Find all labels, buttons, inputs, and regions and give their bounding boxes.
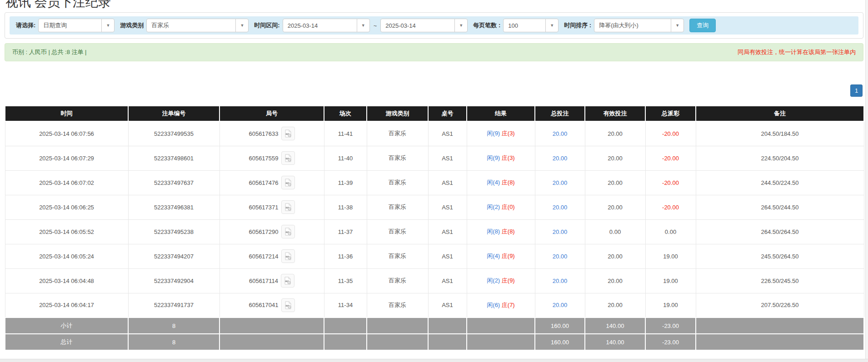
- cell-note: 264.50/264.50: [696, 219, 864, 244]
- video-replay-button[interactable]: [281, 176, 295, 189]
- game-type-value: 百家乐: [147, 21, 235, 30]
- total-row: 总计 8 160.00 140.00 -23.00: [5, 334, 864, 350]
- currency-summary-text: 币别 : 人民币 | 总共 :8 注单 |: [12, 48, 87, 56]
- cell-time: 2025-03-14 06:07:02: [5, 170, 128, 195]
- per-page-select[interactable]: 100 ▼: [503, 19, 559, 32]
- round-id-text: 605617559: [249, 155, 278, 162]
- game-type-select[interactable]: 百家乐 ▼: [146, 19, 249, 32]
- cell-round-id: 605617290: [219, 219, 324, 244]
- cell-valid-bet: 20.00: [585, 170, 645, 195]
- video-replay-button[interactable]: [281, 225, 295, 238]
- cell-time: 2025-03-14 06:05:24: [5, 244, 128, 268]
- cell-table-no: AS1: [428, 146, 467, 170]
- cell-bet-id: 522337494207: [128, 244, 219, 268]
- round-id-text: 605617633: [249, 130, 278, 137]
- cell-round-id: 605617214: [219, 244, 324, 268]
- query-mode-select[interactable]: 日期查询 ▼: [38, 19, 115, 32]
- table-row: 2025-03-14 06:07:02 522337497637 6056174…: [5, 170, 864, 195]
- total-bet-link[interactable]: 20.00: [553, 228, 568, 235]
- pagination-page-1[interactable]: 1: [850, 84, 863, 97]
- page: 视讯 会员下注纪录 请选择: 日期查询 ▼ 游戏类别 百家乐 ▼ 时间区间: 2…: [0, 0, 868, 362]
- cell-table-no: AS1: [428, 244, 467, 268]
- cell-result: 闲(2) 庄(0): [467, 195, 535, 219]
- cell-time: 2025-03-14 06:05:52: [5, 219, 128, 244]
- result-player: 闲(8): [487, 228, 500, 235]
- game-type-label: 游戏类别: [120, 21, 144, 30]
- cell-payout: -20.00: [645, 121, 696, 146]
- horizontal-scrollbar[interactable]: [0, 359, 868, 362]
- table-row: 2025-03-14 06:07:29 522337498601 6056175…: [5, 146, 864, 170]
- cell-session: 11-35: [324, 268, 367, 293]
- cell-time: 2025-03-14 06:04:48: [5, 268, 128, 293]
- total-valid-bet: 140.00: [585, 334, 645, 350]
- video-film-icon: [284, 154, 292, 162]
- subtotal-label: 小计: [5, 317, 128, 334]
- col-header-valid-bet: 有效投注: [585, 106, 645, 121]
- result-banker: 庄(0): [502, 203, 515, 210]
- cell-bet-id: 522337495238: [128, 219, 219, 244]
- total-bet-link[interactable]: 20.00: [553, 253, 568, 260]
- search-button[interactable]: 查询: [689, 19, 716, 32]
- cell-round-id: 605617559: [219, 146, 324, 170]
- table-row: 2025-03-14 06:07:56 522337499535 6056176…: [5, 121, 864, 146]
- table-row: 2025-03-14 06:04:17 522337491737 6056170…: [5, 293, 864, 317]
- cell-note: 204.50/184.50: [696, 121, 864, 146]
- result-player: 闲(9): [487, 130, 500, 137]
- cell-table-no: AS1: [428, 219, 467, 244]
- time-sort-select[interactable]: 降幂(由大到小) ▼: [594, 19, 684, 32]
- cell-result: 闲(9) 庄(3): [467, 146, 535, 170]
- summary-bar: 币别 : 人民币 | 总共 :8 注单 | 同局有效投注，统一计算在该局第一张注…: [5, 43, 863, 61]
- video-film-icon: [284, 129, 292, 138]
- cell-total-bet: 20.00: [535, 268, 585, 293]
- page-title: 视讯 会员下注纪录: [5, 0, 111, 11]
- cell-game-type: 百家乐: [367, 219, 428, 244]
- total-bet-link[interactable]: 20.00: [553, 155, 568, 162]
- cell-round-id: 605617476: [219, 170, 324, 195]
- date-to-select[interactable]: 2025-03-14 ▼: [380, 19, 468, 32]
- cell-note: 244.50/224.50: [696, 170, 864, 195]
- video-replay-button[interactable]: [281, 249, 295, 263]
- video-replay-button[interactable]: [281, 200, 295, 214]
- round-id-text: 605617476: [249, 179, 278, 186]
- video-replay-button[interactable]: [281, 274, 294, 288]
- chevron-down-icon: ▼: [357, 19, 369, 32]
- cell-valid-bet: 0.00: [585, 219, 645, 244]
- subtotal-valid-bet: 140.00: [585, 317, 645, 334]
- cell-bet-id: 522337497637: [128, 170, 219, 195]
- chevron-down-icon: ▼: [235, 19, 248, 32]
- total-bet-link[interactable]: 20.00: [553, 204, 568, 211]
- cell-game-type: 百家乐: [367, 121, 428, 146]
- cell-round-id: 605617041: [219, 293, 324, 317]
- select-mode-label: 请选择:: [16, 21, 35, 30]
- result-player: 闲(2): [487, 277, 500, 284]
- chevron-down-icon: ▼: [454, 19, 467, 32]
- video-replay-button[interactable]: [281, 298, 295, 312]
- col-header-payout: 总派彩: [645, 106, 696, 121]
- result-banker: 庄(8): [502, 179, 515, 186]
- cell-note: 224.50/204.50: [696, 146, 864, 170]
- cell-payout: 19.00: [645, 293, 696, 317]
- bet-records-table: 时间 注单编号 局号 场次 游戏类别 桌号 结果 总投注 有效投注 总派彩 备注…: [5, 105, 864, 351]
- filter-strip: 请选择: 日期查询 ▼ 游戏类别 百家乐 ▼ 时间区间: 2025-03-14 …: [10, 16, 858, 35]
- subtotal-total-bet: 160.00: [535, 317, 585, 334]
- total-bet-link[interactable]: 20.00: [553, 278, 568, 284]
- cell-result: 闲(9) 庄(3): [467, 121, 535, 146]
- date-from-select[interactable]: 2025-03-14 ▼: [283, 19, 370, 32]
- total-bet-link[interactable]: 20.00: [553, 179, 568, 186]
- video-replay-button[interactable]: [281, 127, 295, 140]
- video-replay-button[interactable]: [281, 151, 295, 165]
- result-player: 闲(4): [487, 179, 500, 186]
- cell-payout: -20.00: [645, 170, 696, 195]
- total-bet-link[interactable]: 20.00: [553, 302, 568, 308]
- chevron-down-icon: ▼: [671, 19, 683, 32]
- cell-table-no: AS1: [428, 170, 467, 195]
- vertical-scrollbar[interactable]: [865, 0, 868, 362]
- total-label: 总计: [5, 334, 128, 350]
- result-banker: 庄(9): [502, 277, 515, 284]
- total-bet-link[interactable]: 20.00: [553, 130, 568, 137]
- cell-result: 闲(6) 庄(7): [467, 293, 535, 317]
- cell-payout: 19.00: [645, 268, 696, 293]
- cell-session: 11-40: [324, 146, 367, 170]
- cell-round-id: 605617114: [219, 268, 324, 293]
- subtotal-count: 8: [128, 317, 219, 334]
